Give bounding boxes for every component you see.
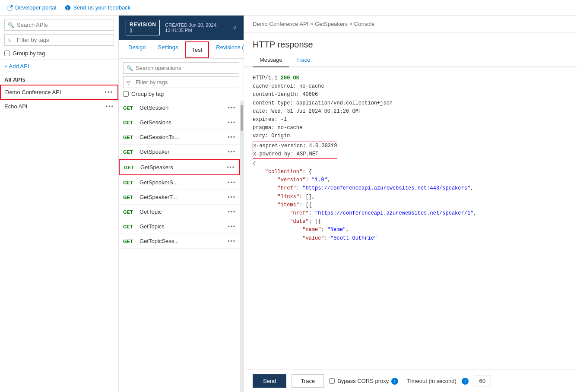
op-menu[interactable]: •••	[227, 164, 235, 171]
op-name: GetSession	[139, 104, 224, 111]
json-open-brace: {	[253, 160, 568, 168]
response-tab-message[interactable]: Message	[253, 53, 289, 67]
ops-filter-input[interactable]	[123, 76, 239, 88]
api-item-echo[interactable]: Echo API •••	[0, 100, 118, 113]
sidebar-group-by-tag: Group by tag	[0, 47, 118, 59]
ops-group-by-checkbox[interactable]	[123, 91, 129, 97]
op-method-get: GET	[123, 180, 136, 185]
op-item-gettopics[interactable]: GET GetTopics •••	[119, 219, 240, 234]
center-pane: REVISION 1 CREATED Jun 20, 2024, 12:41:3…	[119, 16, 244, 392]
feedback-label: Send us your feedback	[73, 4, 130, 11]
timeout-info-icon[interactable]: i	[462, 378, 469, 385]
sidebar-filter-wrapper: ▽	[4, 34, 114, 46]
op-name: GetTopicSess...	[139, 238, 224, 244]
sidebar-group-by-checkbox[interactable]	[4, 51, 10, 56]
http-status-line: HTTP/1.1 200 OK	[253, 74, 568, 82]
tab-test[interactable]: Test	[185, 41, 209, 58]
sidebar-group-by-label: Group by tag	[13, 50, 45, 57]
sidebar-search-icon: 🔍	[8, 22, 14, 28]
op-menu[interactable]: •••	[228, 149, 236, 155]
trace-button[interactable]: Trace	[292, 374, 324, 388]
sidebar-search-wrapper: 🔍	[4, 19, 114, 31]
op-menu[interactable]: •••	[228, 224, 236, 230]
http-header-powered-by: x-powered-by: ASP.NET	[253, 150, 337, 158]
op-method-get: GET	[123, 239, 136, 244]
response-tab-trace[interactable]: Trace	[289, 53, 317, 67]
developer-portal-link[interactable]: Developer portal	[7, 4, 56, 11]
ops-group-by-label: Group by tag	[131, 91, 164, 97]
op-item-getsession[interactable]: GET GetSession •••	[119, 101, 240, 115]
json-version: "version": "1.0",	[253, 176, 568, 184]
timeout-label: Timeout (in second)	[407, 378, 456, 384]
op-menu[interactable]: •••	[228, 120, 236, 126]
revision-chevron-icon[interactable]: ∨	[233, 25, 237, 31]
op-menu[interactable]: •••	[228, 194, 236, 200]
op-method-get: GET	[123, 224, 136, 229]
feedback-link[interactable]: Send us your feedback	[65, 4, 130, 11]
scroll-track	[240, 101, 244, 392]
bypass-cors-checkbox[interactable]	[329, 378, 335, 384]
bypass-cors-wrapper: Bypass CORS proxy i	[329, 378, 398, 385]
tabs-bar: Design Settings Test Revisions (1) Chang…	[119, 40, 244, 59]
api-item-demo-name: Demo Conference API	[5, 89, 61, 95]
op-menu[interactable]: •••	[228, 209, 236, 215]
ops-filter-wrapper: ▽	[123, 76, 239, 88]
op-item-getsessions[interactable]: GET GetSessions •••	[119, 115, 240, 130]
api-item-echo-menu[interactable]: •••	[105, 103, 114, 110]
op-menu[interactable]: •••	[228, 105, 236, 111]
response-tabs: Message Trace	[244, 53, 577, 67]
ops-search-input[interactable]	[123, 62, 239, 74]
op-method-get: GET	[124, 165, 137, 170]
bypass-cors-info-icon[interactable]: i	[391, 378, 398, 385]
json-href: "href": "https://conferenceapi.azurewebs…	[253, 184, 568, 193]
timeout-value[interactable]: 60	[474, 376, 491, 386]
tab-design[interactable]: Design	[122, 40, 152, 58]
json-name-field: "name": "Name",	[253, 226, 568, 234]
json-items: "items": [{	[253, 201, 568, 209]
http-header-length: content-length: 40606	[253, 91, 568, 99]
bypass-cors-label: Bypass CORS proxy	[337, 378, 389, 384]
json-links: "links": [],	[253, 193, 568, 201]
op-name: GetSpeakerT...	[139, 194, 224, 200]
content-pane: Demo Conference API > GetSpeakers > Cons…	[244, 16, 577, 392]
ops-search-wrapper: 🔍	[123, 62, 239, 74]
op-item-gettopicsess[interactable]: GET GetTopicSess... •••	[119, 234, 240, 249]
op-item-getspeaker[interactable]: GET GetSpeaker •••	[119, 145, 240, 159]
op-menu[interactable]: •••	[228, 134, 236, 140]
revision-badge: REVISION 1	[126, 20, 160, 35]
external-link-icon	[7, 5, 13, 11]
sidebar-search-input[interactable]	[4, 19, 114, 31]
op-item-getspeakers[interactable]: GET GetSpeakers •••	[119, 159, 240, 175]
http-header-expires: expires: -1	[253, 116, 568, 124]
revision-bar: REVISION 1 CREATED Jun 20, 2024, 12:41:3…	[119, 16, 244, 40]
scroll-thumb[interactable]	[241, 105, 243, 131]
sidebar-filter-input[interactable]	[4, 34, 114, 46]
send-button[interactable]: Send	[253, 374, 286, 388]
http-header-type: content-type: application/vnd.collection…	[253, 99, 568, 107]
op-item-getspeakert[interactable]: GET GetSpeakerT... •••	[119, 190, 240, 205]
ops-filter-icon: ▽	[127, 79, 130, 85]
operations-scroll-area: GET GetSession ••• GET GetSessions ••• G…	[119, 101, 244, 392]
send-bar: Send Trace Bypass CORS proxy i Timeout (…	[244, 370, 577, 392]
top-bar: Developer portal Send us your feedback	[0, 0, 577, 16]
op-menu[interactable]: •••	[228, 238, 236, 244]
op-item-gettopic[interactable]: GET GetTopic •••	[119, 205, 240, 219]
op-name: GetSpeakers	[140, 164, 223, 171]
http-header-aspnet-version: x-aspnet-version: 4.0.30319	[253, 142, 337, 150]
op-item-getsessionto[interactable]: GET GetSessionTo... •••	[119, 130, 240, 145]
add-api-button[interactable]: + Add API	[0, 59, 118, 73]
op-method-get: GET	[123, 120, 136, 125]
op-menu[interactable]: •••	[228, 180, 236, 186]
revision-info: CREATED Jun 20, 2024, 12:41:35 PM	[165, 22, 228, 33]
api-item-demo[interactable]: Demo Conference API •••	[0, 85, 118, 100]
api-item-demo-menu[interactable]: •••	[105, 89, 113, 95]
tab-settings[interactable]: Settings	[152, 40, 184, 58]
http-header-date: date: Wed, 31 Jul 2024 00:21:26 GMT	[253, 107, 568, 116]
json-item-href: "href": "https://conferenceapi.azurewebs…	[253, 209, 568, 218]
op-item-getspeakers2[interactable]: GET GetSpeakerS... •••	[119, 175, 240, 190]
op-method-get: GET	[123, 135, 136, 140]
op-name: GetSessions	[139, 119, 224, 126]
ops-search-icon: 🔍	[127, 65, 133, 71]
http-header-pragma: pragma: no-cache	[253, 124, 568, 132]
http-header-cache: cache-control: no-cache	[253, 82, 568, 91]
